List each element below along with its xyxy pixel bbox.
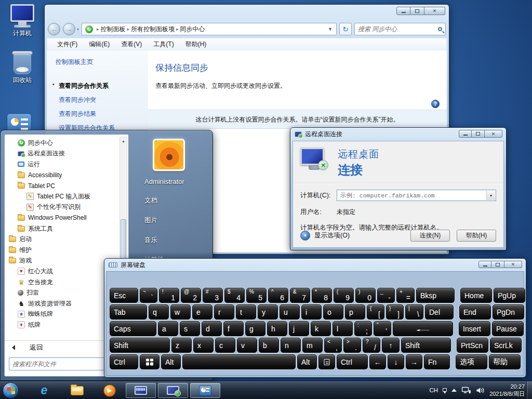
key-help[interactable]: 帮助: [489, 354, 521, 369]
start-menu-program[interactable]: ↻同步中心: [8, 138, 118, 149]
history-chevron-icon[interactable]: ▾: [77, 27, 79, 32]
menu-item[interactable]: 工具(T): [148, 40, 179, 49]
start-menu-program[interactable]: ✎个性化手写识别: [8, 202, 118, 213]
key-p[interactable]: p: [345, 304, 365, 320]
key-sym[interactable]: :;: [354, 321, 372, 336]
menu-item[interactable]: 编辑(E): [83, 40, 115, 49]
breadcrumb-item[interactable]: 控制面板: [101, 25, 126, 34]
key-pgup[interactable]: PgUp: [494, 288, 525, 303]
avatar[interactable]: [153, 139, 185, 171]
start-menu-program[interactable]: Windows PowerShell: [8, 212, 118, 223]
key-u[interactable]: u: [280, 304, 300, 320]
key-sym[interactable]: >.: [343, 338, 361, 353]
key-f[interactable]: f: [223, 321, 244, 336]
key-z[interactable]: z: [171, 338, 192, 353]
close-button[interactable]: ✕: [485, 130, 502, 138]
menu-item[interactable]: 帮助(H): [180, 40, 212, 49]
connect-button[interactable]: 连接(N): [410, 230, 450, 242]
close-button[interactable]: ✕: [424, 7, 445, 15]
key-sym[interactable]: _-: [377, 288, 395, 303]
start-menu-program[interactable]: ★蜘蛛纸牌: [8, 309, 118, 320]
key-fn[interactable]: Fn: [424, 354, 450, 369]
key-sym[interactable]: "': [374, 321, 391, 336]
key-v[interactable]: v: [237, 338, 257, 353]
breadcrumb-item[interactable]: 所有控制面板项: [131, 25, 175, 34]
desktop-icon-computer[interactable]: 计算机: [3, 4, 42, 38]
key-shift[interactable]: Shift: [401, 338, 451, 353]
key-sym[interactable]: <,: [324, 338, 342, 353]
key-c[interactable]: c: [215, 338, 235, 353]
language-bar-options[interactable]: ▼: [443, 388, 447, 393]
start-menu-program[interactable]: ♛空当接龙: [8, 277, 118, 288]
key-esc[interactable]: Esc: [110, 288, 138, 303]
key-caps[interactable]: Caps: [110, 321, 156, 336]
search-input[interactable]: [358, 25, 438, 33]
language-indicator[interactable]: CH: [430, 387, 438, 393]
key-i[interactable]: i: [301, 304, 322, 320]
desktop-icon-recycle-bin[interactable]: 回收站: [3, 51, 42, 85]
taskbar-clock[interactable]: 20:27 2021/8/8/周日: [489, 383, 525, 398]
start-menu-program[interactable]: Tablet PC: [8, 180, 118, 191]
key-7[interactable]: &7: [290, 288, 310, 303]
key-2[interactable]: @2: [181, 288, 201, 303]
key-a[interactable]: a: [158, 321, 178, 336]
sidebar-item[interactable]: 查看同步结果: [47, 107, 148, 121]
key-sym[interactable]: |\: [405, 304, 423, 320]
start-menu-program[interactable]: 扫雷: [8, 287, 118, 298]
key-ctrl[interactable]: Ctrl: [110, 354, 138, 369]
key-space[interactable]: [182, 354, 296, 369]
maximize-button[interactable]: [472, 130, 485, 138]
key-pgdn[interactable]: PgDn: [493, 304, 524, 320]
key-options[interactable]: 选项: [456, 354, 487, 369]
key-sym[interactable]: ?/: [363, 338, 380, 353]
osk-title-bar[interactable]: 屏幕键盘: [104, 259, 526, 271]
key-sym[interactable]: +=: [396, 288, 415, 303]
key-n[interactable]: n: [281, 338, 301, 353]
key-end[interactable]: End: [459, 304, 491, 320]
address-dropdown-icon[interactable]: ▼: [326, 26, 334, 32]
key-b[interactable]: b: [259, 338, 279, 353]
taskbar-ie-button[interactable]: e: [36, 383, 52, 398]
start-menu-program[interactable]: 运行: [8, 159, 118, 170]
key-m[interactable]: m: [302, 338, 323, 353]
user-name[interactable]: Administrator: [144, 178, 209, 185]
key-1[interactable]: !1: [159, 288, 179, 303]
key-e[interactable]: e: [192, 304, 212, 320]
key-menu[interactable]: [318, 354, 335, 369]
maximize-button[interactable]: [410, 7, 424, 15]
key-0[interactable]: )0: [355, 288, 376, 303]
key-alt[interactable]: Alt: [297, 354, 317, 369]
key-del[interactable]: Del: [425, 304, 454, 320]
key-s[interactable]: s: [180, 321, 200, 336]
menu-item[interactable]: 文件(F): [51, 40, 83, 49]
key-g[interactable]: g: [245, 321, 265, 336]
key-9[interactable]: (9: [334, 288, 354, 303]
forward-button[interactable]: →: [63, 23, 75, 35]
key-sym[interactable]: {[: [367, 304, 384, 320]
key-x[interactable]: x: [193, 338, 214, 353]
close-button[interactable]: ✕: [504, 261, 522, 268]
taskbar-rdc-button[interactable]: [158, 383, 188, 398]
taskbar-control-panel-button[interactable]: [190, 383, 220, 398]
start-menu-program[interactable]: 维护: [8, 245, 118, 256]
show-options-button[interactable]: ▼: [300, 231, 310, 241]
key-3[interactable]: #3: [203, 288, 223, 303]
key-l[interactable]: l: [332, 321, 353, 336]
key-5[interactable]: %5: [246, 288, 267, 303]
key-t[interactable]: t: [236, 304, 256, 320]
search-box[interactable]: [354, 23, 446, 35]
key-w[interactable]: w: [170, 304, 191, 320]
key-pause[interactable]: Pause: [492, 321, 524, 336]
taskbar-media-player-button[interactable]: ▶: [102, 383, 117, 398]
start-menu-program[interactable]: ♞游戏资源管理器: [8, 298, 118, 309]
key-insert[interactable]: Insert: [459, 321, 490, 336]
key-4[interactable]: $4: [224, 288, 245, 303]
breadcrumb-item[interactable]: 同步中心: [180, 25, 205, 34]
start-menu-link[interactable]: 图片: [144, 216, 209, 225]
key-arrow-up[interactable]: ↑: [382, 338, 400, 353]
start-menu-program[interactable]: 远程桌面连接: [8, 149, 118, 159]
key-ctrl[interactable]: Ctrl: [337, 354, 368, 369]
key-r[interactable]: r: [214, 304, 234, 320]
menu-item[interactable]: 查看(V): [115, 40, 148, 49]
key-tab[interactable]: Tab: [110, 304, 147, 320]
